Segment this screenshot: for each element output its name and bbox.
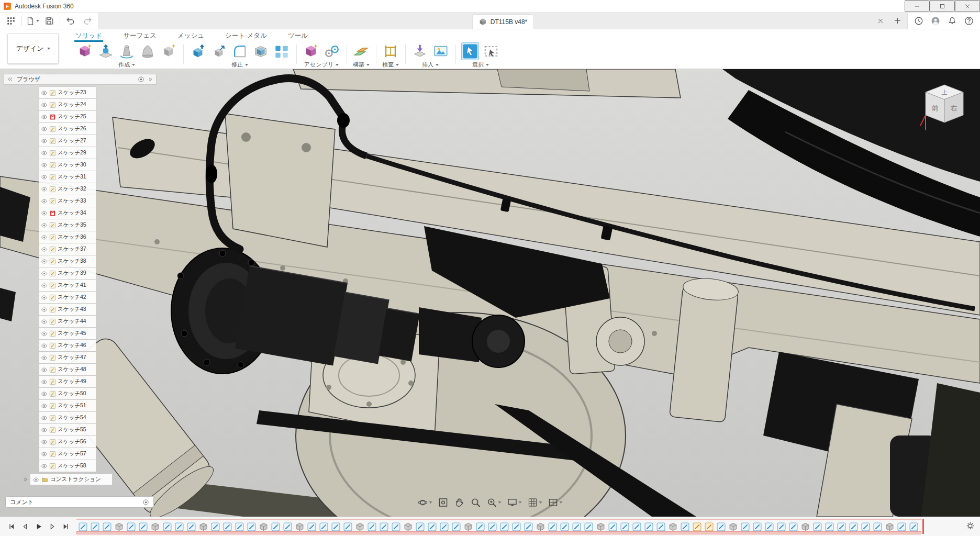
- visibility-eye-icon[interactable]: [41, 451, 48, 457]
- new-component-button[interactable]: [76, 42, 94, 60]
- pan-button[interactable]: [452, 496, 467, 509]
- browser-item[interactable]: スケッチ47: [39, 351, 96, 364]
- construction-folder-row[interactable]: コンストラクション: [23, 474, 157, 485]
- visibility-eye-icon[interactable]: [41, 318, 48, 325]
- viewcube-top-face[interactable]: 上: [942, 89, 948, 95]
- timeline-feature[interactable]: [681, 522, 689, 531]
- grid-display-button[interactable]: [526, 496, 544, 509]
- timeline-feature[interactable]: [524, 522, 533, 531]
- visibility-eye-icon[interactable]: [41, 330, 48, 337]
- collapse-panel-icon[interactable]: [7, 76, 14, 83]
- browser-item[interactable]: スケッチ23: [39, 86, 96, 99]
- timeline-feature[interactable]: [392, 522, 400, 531]
- go-to-start-button[interactable]: [5, 520, 18, 533]
- step-back-button[interactable]: [19, 520, 31, 533]
- go-to-end-button[interactable]: [60, 520, 72, 533]
- timeline-feature[interactable]: [416, 522, 425, 531]
- browser-item[interactable]: スケッチ36: [39, 231, 96, 243]
- timeline-feature[interactable]: [705, 522, 714, 531]
- ribbon-group-label[interactable]: 修正: [231, 61, 248, 69]
- visibility-eye-icon[interactable]: [41, 403, 48, 409]
- visibility-eye-icon[interactable]: [41, 174, 48, 181]
- timeline-feature[interactable]: [644, 522, 653, 531]
- visibility-filter-icon[interactable]: [138, 76, 144, 83]
- timeline-feature[interactable]: [536, 522, 545, 531]
- timeline-feature[interactable]: [103, 522, 112, 531]
- close-tab-button[interactable]: [873, 14, 888, 28]
- visibility-eye-icon[interactable]: [41, 294, 48, 301]
- measure-button[interactable]: [382, 42, 399, 60]
- timeline-feature[interactable]: [139, 522, 148, 531]
- ribbon-group-label[interactable]: アセンブリ: [304, 61, 339, 69]
- visibility-eye-icon[interactable]: [41, 463, 48, 470]
- comment-box[interactable]: コメント: [5, 496, 154, 508]
- browser-item[interactable]: スケッチ39: [39, 267, 96, 280]
- visibility-eye-icon[interactable]: [41, 102, 48, 108]
- maximize-button[interactable]: [930, 0, 955, 12]
- undo-button[interactable]: [63, 14, 79, 28]
- redo-button[interactable]: [80, 14, 95, 28]
- timeline-feature[interactable]: [656, 522, 665, 531]
- ribbon-tab-0[interactable]: ソリッド: [74, 29, 103, 42]
- document-tab[interactable]: DT115B v48*: [472, 14, 534, 29]
- timeline-feature[interactable]: [307, 522, 316, 531]
- zoom-button[interactable]: [469, 496, 483, 509]
- timeline-feature[interactable]: [271, 522, 280, 531]
- timeline-feature[interactable]: [909, 522, 918, 531]
- timeline-feature[interactable]: [223, 522, 232, 531]
- timeline-feature[interactable]: [584, 522, 593, 531]
- browser-item[interactable]: スケッチ38: [39, 255, 96, 267]
- browser-item[interactable]: スケッチ30: [39, 159, 96, 171]
- visibility-eye-icon[interactable]: [41, 150, 48, 157]
- browser-item[interactable]: スケッチ51: [39, 399, 96, 412]
- timeline-feature[interactable]: [283, 522, 292, 531]
- view-cube[interactable]: 上 前 右: [919, 81, 970, 139]
- timeline-feature[interactable]: [163, 522, 172, 531]
- timeline-feature[interactable]: [753, 522, 762, 531]
- play-button[interactable]: [32, 520, 45, 533]
- timeline-feature[interactable]: [789, 522, 798, 531]
- browser-item[interactable]: スケッチ56: [39, 436, 96, 448]
- browser-item[interactable]: スケッチ37: [39, 243, 96, 255]
- visibility-eye-icon[interactable]: [41, 246, 48, 253]
- ribbon-group-label[interactable]: 構築: [353, 61, 370, 69]
- insert-decal-button[interactable]: [411, 42, 429, 60]
- save-button[interactable]: [41, 14, 57, 28]
- new-body-button[interactable]: [160, 42, 177, 60]
- job-status-button[interactable]: [911, 14, 927, 28]
- timeline-highlight-band[interactable]: [76, 531, 921, 534]
- timeline-feature[interactable]: [368, 522, 376, 531]
- timeline-feature[interactable]: [765, 522, 774, 531]
- browser-item[interactable]: スケッチ27: [39, 135, 96, 147]
- visibility-eye-icon[interactable]: [41, 258, 48, 265]
- browser-item[interactable]: スケッチ25: [39, 110, 96, 123]
- timeline-feature[interactable]: [572, 522, 581, 531]
- ribbon-group-label[interactable]: 挿入: [422, 61, 439, 69]
- timeline-feature[interactable]: [801, 522, 810, 531]
- timeline-feature[interactable]: [500, 522, 509, 531]
- visibility-eye-icon[interactable]: [41, 162, 48, 169]
- visibility-eye-icon[interactable]: [41, 439, 48, 445]
- browser-item[interactable]: スケッチ35: [39, 219, 96, 231]
- timeline-feature[interactable]: [596, 522, 605, 531]
- browser-header[interactable]: ブラウザ: [4, 74, 157, 85]
- timeline-feature[interactable]: [741, 522, 750, 531]
- visibility-eye-icon[interactable]: [41, 90, 48, 96]
- canvas-button[interactable]: [432, 42, 450, 60]
- browser-item[interactable]: スケッチ57: [39, 448, 96, 460]
- shell-button[interactable]: [252, 42, 270, 60]
- workspace-selector-button[interactable]: デザイン: [7, 34, 59, 64]
- visibility-eye-icon[interactable]: [41, 282, 48, 289]
- move-button[interactable]: [210, 42, 228, 60]
- visibility-eye-icon[interactable]: [41, 270, 48, 277]
- timeline-feature[interactable]: [404, 522, 413, 531]
- visibility-eye-icon[interactable]: [41, 234, 48, 241]
- visibility-eye-icon[interactable]: [41, 427, 48, 433]
- timeline-feature[interactable]: [464, 522, 473, 531]
- ribbon-tab-4[interactable]: ツール: [287, 29, 309, 42]
- viewport[interactable]: 上 前 右 ブラウザ スケッチ23スケッチ24スケッチ25スケッチ26スケッチ2…: [0, 69, 980, 517]
- new-component-button[interactable]: [302, 42, 320, 60]
- timeline-feature[interactable]: [825, 522, 834, 531]
- fillet-button[interactable]: [231, 42, 249, 60]
- construction-plane-button[interactable]: [352, 42, 370, 60]
